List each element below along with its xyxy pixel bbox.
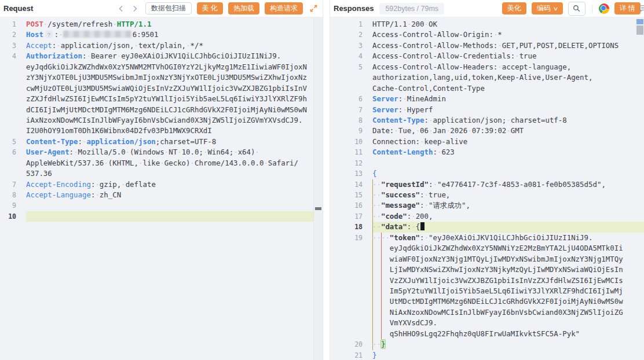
code-text: authorization,lang,uid,token,Keep-Alive,… <box>372 72 644 83</box>
speech-bubble-icon[interactable] <box>639 3 644 15</box>
line-number: 15 <box>330 190 363 200</box>
line-number: 1 <box>0 19 16 30</box>
line-number: 2 <box>330 30 363 40</box>
code-line: 18··"data":·{ <box>330 222 644 232</box>
code-text: qShHHO9sLgq22Fhqhz0qU8FIrwUaMIkvktSFC5A-… <box>372 329 644 339</box>
code-text: Access-Control-Allow-Headers:·accept-lan… <box>372 62 644 72</box>
line-number <box>330 275 363 286</box>
code-line: 9Date:·Tue,·06·Jan·2026·07:39:02·GMT <box>330 126 644 136</box>
beautify-request-button[interactable]: 美 化 <box>197 2 223 14</box>
code-line: 6Server:·MineAdmin <box>330 94 644 104</box>
line-number <box>330 265 363 275</box>
code-text: Access-Control-Allow-Credentials:·true <box>372 51 644 61</box>
hot-reload-button[interactable]: 热加载 <box>228 2 259 14</box>
request-editor[interactable]: 1POST·/system/refresh·HTTP/1.12Host?:·6:… <box>0 17 323 360</box>
indent-guide <box>372 275 373 286</box>
indent-guide <box>381 233 382 243</box>
code-line: 13{ <box>330 168 644 179</box>
code-text: Im5pY2tuYW1lIjoi5Yib5aeL5Lq6IiwiY3JlYXRl… <box>372 286 644 296</box>
line-number <box>330 254 363 265</box>
line-number <box>0 126 16 136</box>
code-text: Content-Length:·623 <box>372 147 644 157</box>
line-number: 13 <box>330 168 363 179</box>
indent-guide <box>381 318 382 328</box>
line-number: 9 <box>0 200 16 211</box>
beautify-response-button[interactable]: 美化 <box>502 2 526 14</box>
line-number: 3 <box>330 41 363 51</box>
line-number: 6 <box>330 94 363 104</box>
line-number <box>330 329 363 339</box>
code-text: User-Agent:·Mozilla/5.0·(Windows·NT·10.0… <box>26 147 323 157</box>
indent-guide <box>372 318 373 328</box>
chevron-left-icon[interactable] <box>116 3 126 14</box>
code-text: wiaWF0IjoxNzY3Njg1MTQyLjIwMDYxNSwibmJmIj… <box>372 254 644 265</box>
code-text: Cache-Control,Content-Type <box>372 83 644 94</box>
indent-guide <box>381 329 382 339</box>
code-text: eyJqdGkiOiJkZWZhdWx0XzY5NWNiYzE2MzBmYTA2… <box>372 243 644 254</box>
response-editor[interactable]: 1HTTP/1.1·200·OK2Access-Control-Allow-Or… <box>330 17 644 360</box>
code-text: Accept-Language:·zh_CN <box>26 190 323 200</box>
code-line: iAxNzoxNDowMCIsInJlbWFyayI6bnVsbCwiand0X… <box>0 115 323 126</box>
line-number: 5 <box>0 137 16 147</box>
text-cursor <box>420 222 425 230</box>
code-line: 7Server:·Hyperf <box>330 105 644 115</box>
fullscreen-expand-icon[interactable] <box>309 4 318 13</box>
code-text: zY3NjYxOTE0LjU3MDU5MSwibmJmIjoxNzY3NjYxO… <box>26 72 323 83</box>
encode-dropdown-button[interactable]: 编码 ∨ <box>532 2 563 14</box>
code-line: qShHHO9sLgq22Fhqhz0qU8FIrwUaMIkvktSFC5A-… <box>330 329 644 339</box>
code-line: dCI6IjIwMjUtMDctMDIgMTM6Mzg6NDEiLCJ1cGRh… <box>0 105 323 115</box>
code-text: Authorization:·Bearer·eyJ0eXAiOiJKV1QiLC… <box>26 51 323 61</box>
line-number: 10 <box>330 137 363 147</box>
response-toolbar: Responses 592bytes / 79ms 美化 编码 ∨ 详 情 <box>330 0 644 17</box>
indent-guide <box>372 329 373 339</box>
encode-label: 编码 <box>537 3 551 13</box>
code-line: AppleWebKit/537.36·(KHTML,·like·Gecko)·C… <box>0 158 323 168</box>
response-panel: Responses 592bytes / 79ms 美化 编码 ∨ 详 情 <box>330 0 644 360</box>
code-text: } <box>372 350 644 360</box>
code-text: Content-Type:·application/json;charset=U… <box>26 137 323 147</box>
line-number <box>330 296 363 307</box>
chevron-right-icon[interactable] <box>130 3 140 14</box>
code-line: 15··"success":·true, <box>330 190 644 200</box>
line-number: 11 <box>330 147 363 157</box>
code-line: 11Content-Length:·623 <box>330 147 644 157</box>
detail-button[interactable]: 详 情 <box>614 2 641 14</box>
code-text: NiAxNzoxNDowMCIsInJlbWFyayI6bnVsbCwiand0… <box>372 307 644 318</box>
indent-guide <box>381 296 382 307</box>
line-number: 7 <box>0 179 16 190</box>
search-button[interactable] <box>568 2 586 16</box>
code-line: 5Access-Control-Allow-Headers:·accept-la… <box>330 62 644 72</box>
request-toolbar: Request 数据包扫描 美 化 热加载 构造请求 <box>0 0 323 17</box>
code-text: ··"data":·{ <box>372 222 644 232</box>
code-text: Access-Control-Allow-Methods:·GET,PUT,PO… <box>372 41 644 51</box>
chevron-down-icon: ∨ <box>553 6 558 12</box>
indent-guide <box>372 307 373 318</box>
code-text: UtMDctMDIgMTM6Mzg6NDEiLCJ1cGRhdGVkX2F0Ij… <box>372 296 644 307</box>
request-panel: Request 数据包扫描 美 化 热加载 构造请求 1POST·/system… <box>0 0 323 360</box>
code-line: 16··"message":·"请求成功", <box>330 200 644 211</box>
code-line: 6User-Agent:·Mozilla/5.0·(Windows·NT·10.… <box>0 147 323 157</box>
request-scrollbar[interactable] <box>313 17 323 360</box>
line-number: 9 <box>330 126 363 136</box>
indent-guide <box>372 233 373 243</box>
code-text: cwMjUzOTE0LjU3MDU5MSwiaWQiOjEsInVzZXJuYW… <box>26 83 323 94</box>
code-text: 537.36 <box>26 168 323 179</box>
code-line: 7Accept-Encoding:·gzip,·deflate <box>0 179 323 190</box>
chrome-browser-icon[interactable] <box>599 3 609 14</box>
packet-scan-button[interactable]: 数据包扫描 <box>145 2 192 14</box>
code-line: VmYXVsdCJ9. <box>330 318 644 328</box>
host-help-badge[interactable]: ? <box>45 31 53 38</box>
code-line: authorization,lang,uid,token,Keep-Alive,… <box>330 72 644 83</box>
line-number: 8 <box>330 115 363 126</box>
indent-guide <box>372 222 373 232</box>
code-line: 9 <box>0 200 323 211</box>
code-line: cwMjUzOTE0LjU3MDU5MSwiaWQiOjEsInVzZXJuYW… <box>0 83 323 94</box>
code-line: Im5pY2tuYW1lIjoi5Yib5aeL5Lq6IiwiY3JlYXRl… <box>330 286 644 296</box>
code-line: 8Accept-Language:·zh_CN <box>0 190 323 200</box>
code-text: ··"requestId":·"e4776417-7c3f-4853-a081-… <box>372 179 644 190</box>
code-text: ····"token":·"eyJ0eXAiOiJKV1QiLCJhbGciOi… <box>372 233 644 243</box>
indent-guide <box>381 243 382 254</box>
construct-request-button[interactable]: 构造请求 <box>265 2 303 14</box>
line-number: 12 <box>330 158 363 168</box>
packet-viewer: Request 数据包扫描 美 化 热加载 构造请求 1POST·/system… <box>0 0 644 360</box>
